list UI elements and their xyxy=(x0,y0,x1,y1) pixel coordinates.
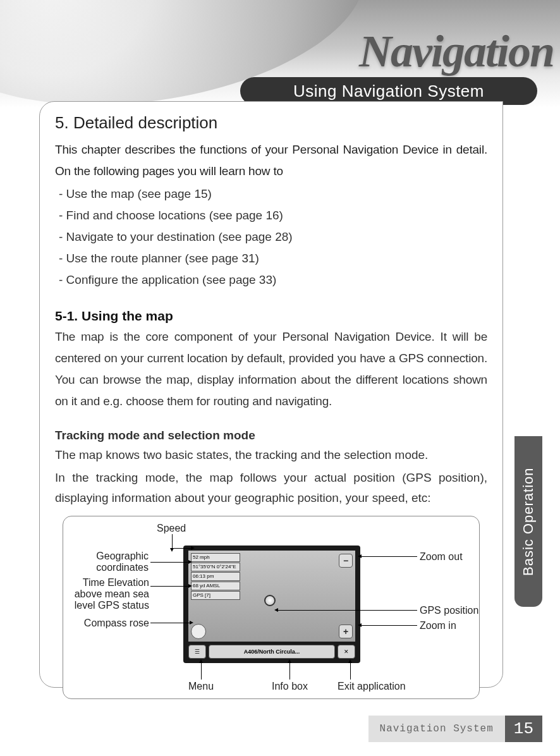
bullet-list: Use the map (see page 15) Find and choos… xyxy=(59,183,487,291)
arrow-icon xyxy=(201,663,202,680)
arrow-icon xyxy=(172,534,173,548)
tracking-heading: Tracking mode and selection mode xyxy=(55,429,487,442)
label-zoomout: Zoom out xyxy=(420,551,463,563)
arrow-icon xyxy=(362,556,417,557)
list-item: Navigate to your destination (see page 2… xyxy=(59,226,487,248)
label-gpspos: GPS position xyxy=(420,605,478,616)
section-intro: This chapter describes the functions of … xyxy=(55,139,487,182)
menu-button[interactable]: ☰ xyxy=(188,645,206,659)
arrow-icon xyxy=(350,663,351,680)
subsection-title: 5-1. Using the map xyxy=(55,308,487,324)
section-title: 5. Detailed description xyxy=(55,113,487,133)
list-item: Find and choose locations (see page 16) xyxy=(59,205,487,226)
list-item: Configure the application (see page 33) xyxy=(59,269,487,291)
arrow-icon xyxy=(278,610,417,611)
screen-elev: 68 yd AMSL xyxy=(191,582,240,590)
list-item: Use the map (see page 15) xyxy=(59,183,487,205)
arrow-icon xyxy=(150,562,188,563)
label-zoomin: Zoom in xyxy=(420,620,456,631)
footer-page-number: 15 xyxy=(505,716,542,742)
label-exit: Exit application xyxy=(338,681,406,692)
label-info: Info box xyxy=(272,681,308,692)
page-footer: Navigation System 15 xyxy=(368,716,542,742)
map-diagram: 52 mph 51°35'0"N 0°2'24"E 06:13 pm 68 yd… xyxy=(63,516,480,699)
screen-coords: 51°35'0"N 0°2'24"E xyxy=(191,563,240,571)
info-box-bar[interactable]: A406/North Circula... xyxy=(209,645,335,659)
arrow-icon xyxy=(150,586,188,587)
screen-speed: 52 mph xyxy=(191,553,240,562)
zoom-out-button[interactable]: − xyxy=(339,554,353,568)
info-stack: 52 mph 51°35'0"N 0°2'24"E 06:13 pm 68 yd… xyxy=(191,553,240,601)
device-screen: 52 mph 51°35'0"N 0°2'24"E 06:13 pm 68 yd… xyxy=(188,551,355,642)
arrow-icon xyxy=(362,625,417,626)
screen-gps: GPS [7] xyxy=(191,591,240,600)
label-menu: Menu xyxy=(188,681,214,692)
side-tab: Basic Operation xyxy=(514,436,542,607)
exit-button[interactable]: ✕ xyxy=(338,645,355,659)
arrow-icon xyxy=(172,548,191,549)
zoom-in-button[interactable]: + xyxy=(339,625,353,638)
screen-time: 06:13 pm xyxy=(191,572,240,581)
subsection-para: The map is the core component of your Pe… xyxy=(55,326,487,412)
label-speed: Speed xyxy=(157,523,186,534)
gps-position-marker xyxy=(264,595,276,606)
list-item: Use the route planner (see page 31) xyxy=(59,248,487,269)
hero-brand-title: Navigation xyxy=(359,25,554,78)
arrow-icon xyxy=(289,663,290,680)
compass-rose-icon xyxy=(191,624,206,639)
tracking-line2: In the tracking mode, the map follows yo… xyxy=(55,468,487,508)
content-card: 5. Detailed description This chapter des… xyxy=(39,101,503,688)
device-mock: 52 mph 51°35'0"N 0°2'24"E 06:13 pm 68 yd… xyxy=(183,546,360,663)
footer-label: Navigation System xyxy=(368,716,505,742)
label-compass: Compass rose xyxy=(78,618,149,629)
tracking-line1: The map knows two basic states, the trac… xyxy=(55,445,487,465)
arrow-icon xyxy=(150,623,190,623)
label-time: Time Elevation above mean sea level GPS … xyxy=(72,577,149,611)
label-geo: Geographic coordinates xyxy=(88,551,149,573)
device-bottom-bar: ☰ A406/North Circula... ✕ xyxy=(188,644,355,659)
